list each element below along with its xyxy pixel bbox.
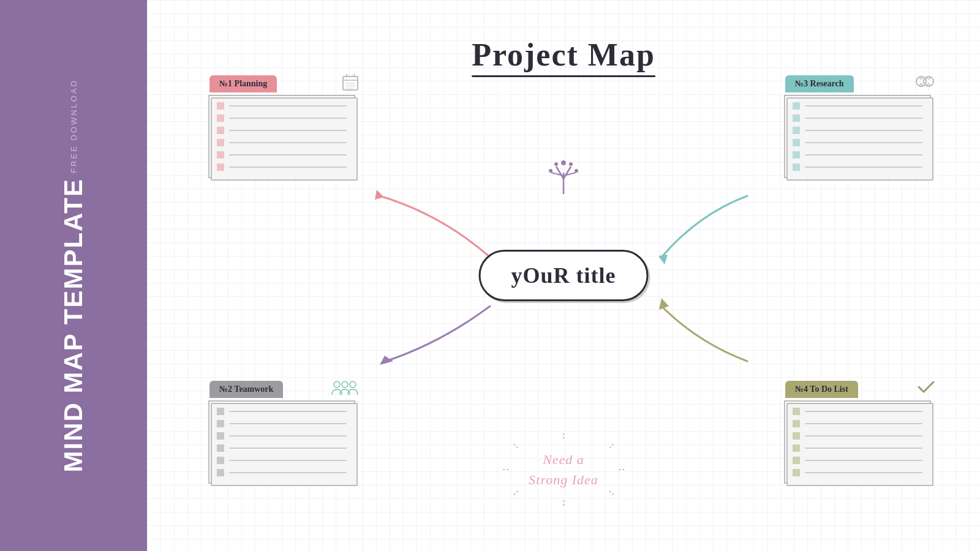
card-teamwork-lines [209, 402, 354, 482]
sidebar-free-download-label: FREE DOWNLOAD [69, 79, 78, 173]
center-oval: yOuR title [479, 250, 649, 301]
card-todo: №4 To Do List [784, 400, 931, 484]
title-underline [472, 75, 655, 77]
card-planning: №1 Planning [208, 95, 355, 178]
card-todo-tab: №4 To Do List [785, 381, 858, 398]
center-title: yOuR title [511, 263, 616, 288]
svg-line-2 [564, 167, 571, 179]
strong-idea-section: Need a Strong Idea [529, 449, 598, 490]
oval-container: yOuR title [479, 250, 649, 301]
svg-marker-13 [659, 298, 669, 310]
sidebar: FREE DOWNLOAD MIND MAP TEMPLATE [0, 0, 147, 551]
main-content: Project Map [147, 0, 980, 551]
svg-point-36 [342, 381, 348, 388]
svg-marker-12 [380, 356, 393, 365]
svg-point-34 [927, 84, 930, 86]
svg-point-6 [554, 162, 558, 166]
svg-point-32 [920, 84, 922, 86]
crown-decoration [545, 154, 582, 204]
sidebar-title: MIND MAP TEMPLATE [61, 178, 86, 472]
svg-line-21 [609, 491, 614, 495]
svg-marker-10 [375, 190, 384, 200]
card-todo-lines [785, 402, 930, 482]
svg-point-33 [927, 77, 930, 79]
svg-point-37 [350, 381, 356, 388]
card-todo-icon [916, 378, 936, 400]
svg-line-20 [513, 491, 518, 495]
card-teamwork-icon [330, 378, 360, 400]
svg-line-19 [609, 444, 614, 448]
card-research-icon [914, 73, 936, 94]
svg-point-8 [549, 169, 552, 173]
svg-point-5 [561, 160, 566, 165]
svg-point-30 [924, 77, 933, 86]
svg-line-4 [564, 173, 576, 176]
svg-line-3 [551, 173, 564, 176]
card-research-lines [785, 96, 930, 177]
svg-point-9 [575, 169, 578, 173]
card-research: №3 Research [784, 95, 931, 178]
svg-point-31 [920, 77, 922, 79]
card-planning-lines [209, 96, 354, 177]
svg-marker-11 [658, 255, 668, 264]
svg-line-1 [556, 167, 564, 179]
strong-idea-text: Need a Strong Idea [529, 449, 598, 490]
svg-point-7 [569, 162, 573, 166]
svg-point-35 [334, 381, 340, 388]
project-map-title: Project Map [472, 37, 655, 77]
card-teamwork-tab: №2 Teamwork [209, 381, 283, 398]
svg-line-18 [513, 444, 518, 448]
project-map-heading: Project Map [472, 37, 655, 73]
card-research-tab: №3 Research [785, 75, 854, 92]
card-planning-icon [341, 73, 360, 97]
card-planning-tab: №1 Planning [209, 75, 277, 92]
card-teamwork: №2 Teamwork [208, 400, 355, 484]
